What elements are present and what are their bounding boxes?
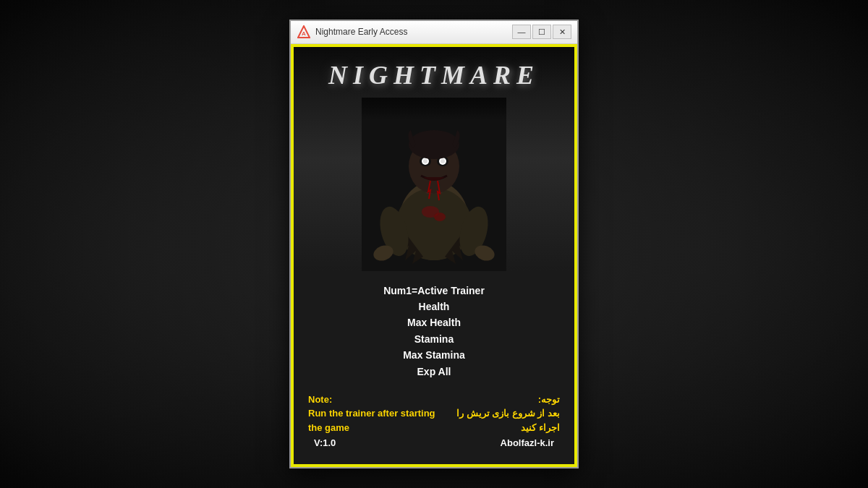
window-controls: — ☐ ✕ <box>512 25 571 39</box>
titlebar: A Nightmare Early Access — ☐ ✕ <box>291 21 577 44</box>
svg-point-18 <box>441 159 445 163</box>
maximize-button[interactable]: ☐ <box>532 25 551 39</box>
svg-rect-22 <box>362 98 506 119</box>
svg-text:A: A <box>302 30 306 37</box>
note-left: Note: Run the trainer after starting the… <box>308 393 444 435</box>
close-button[interactable]: ✕ <box>553 25 571 39</box>
game-title: NIGHTMARE <box>328 60 540 90</box>
svg-point-19 <box>409 130 459 159</box>
note-text-en: Run the trainer after starting the game <box>308 408 435 433</box>
version-label: V:1.0 <box>314 437 336 448</box>
note-label-fa: توجه: <box>538 394 560 405</box>
feature-max-stamina: Max Stamina <box>383 347 485 363</box>
svg-point-17 <box>423 159 427 163</box>
app-window: A Nightmare Early Access — ☐ ✕ NIGHTMARE <box>289 20 579 469</box>
window-content: NIGHTMARE <box>291 44 577 468</box>
features-list: Num1=Active Trainer Health Max Health St… <box>383 283 485 380</box>
note-right: توجه: بعد از شروع بازی تریش را اجراء کنی… <box>444 393 560 435</box>
info-panel: Num1=Active Trainer Health Max Health St… <box>294 271 574 465</box>
zombie-figure <box>362 98 506 271</box>
credit-label: Abolfazl-k.ir <box>501 437 554 448</box>
note-text-fa: بعد از شروع بازی تریش را اجراء کنید <box>456 408 560 433</box>
minimize-button[interactable]: — <box>512 25 531 39</box>
feature-exp-all: Exp All <box>383 364 485 380</box>
app-icon: A <box>297 25 311 39</box>
game-banner: NIGHTMARE <box>294 47 574 271</box>
svg-point-21 <box>434 213 446 221</box>
feature-stamina: Stamina <box>383 331 485 347</box>
svg-point-4 <box>396 188 472 260</box>
footer: V:1.0 Abolfazl-k.ir <box>308 435 560 454</box>
feature-max-health: Max Health <box>383 314 485 330</box>
feature-health: Health <box>383 299 485 314</box>
note-section: Note: Run the trainer after starting the… <box>308 388 560 435</box>
note-label-en: Note: <box>308 394 332 405</box>
window-title: Nightmare Early Access <box>315 27 512 37</box>
feature-active-trainer: Num1=Active Trainer <box>383 283 485 299</box>
